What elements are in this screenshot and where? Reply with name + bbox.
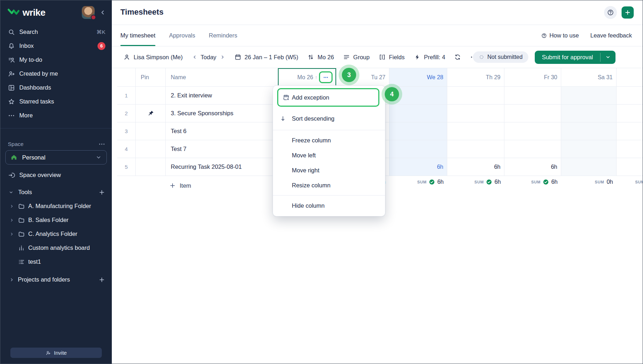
prev-week-icon[interactable] [192,54,198,60]
day-column-header-su[interactable] [617,68,643,87]
create-new-button[interactable] [622,6,634,19]
time-cell-sa[interactable] [561,87,617,105]
time-cell-fr[interactable] [504,87,561,105]
sidebar-collapse-icon[interactable] [99,9,106,16]
sidebar-item-c-analytics-folder[interactable]: C. Analytics Folder [0,227,112,241]
tools-header[interactable]: Tools [0,185,112,199]
time-cell-su[interactable] [617,87,643,105]
day-column-header-fr[interactable]: Fr 30 [504,68,561,87]
time-cell-we[interactable] [389,105,447,122]
menu-item-move-right[interactable]: Move right [273,163,385,178]
space-selector[interactable]: Personal [5,150,107,165]
time-cell-th[interactable] [447,140,504,158]
user-filter[interactable]: Lisa Simpson (Me) [123,54,183,61]
pin-cell[interactable] [136,122,166,140]
task-name-cell[interactable]: Recurring Task 2025-08-01 [166,158,278,176]
time-cell-we[interactable] [389,122,447,140]
add-project-icon[interactable] [98,276,105,283]
fields-control[interactable]: Fields [379,54,405,61]
pin-column-header[interactable]: Pin [136,68,166,87]
time-cell-sa[interactable] [561,122,617,140]
sidebar-item-more[interactable]: More [0,108,112,122]
leave-feedback-link[interactable]: Leave feedback [590,32,632,39]
time-cell-fr[interactable] [504,122,561,140]
pin-cell[interactable] [136,140,166,158]
time-cell-th[interactable] [447,87,504,105]
time-cell-su[interactable] [617,158,643,176]
task-name-cell[interactable]: 3. Secure Sponsorships [166,105,278,122]
time-cell-we[interactable] [389,140,447,158]
time-cell-su[interactable] [617,122,643,140]
tab-approvals[interactable]: Approvals [169,25,195,46]
user-avatar[interactable] [82,6,95,19]
menu-item-sort-descending[interactable]: Sort descending [273,110,385,127]
menu-item-freeze-column[interactable]: Freeze column [273,133,385,148]
sidebar-item-space-overview[interactable]: Space overview [0,168,112,182]
menu-item-resize-column[interactable]: Resize column [273,178,385,193]
invite-button[interactable]: Invite [10,348,102,358]
time-cell-th[interactable] [447,105,504,122]
space-menu-icon[interactable] [98,141,105,148]
sort-control[interactable]: Mo 26 [307,54,334,61]
time-cell-fr[interactable] [504,105,561,122]
sidebar-item-search[interactable]: Search⌘K [0,25,112,39]
name-column-header[interactable]: Name [166,68,278,87]
tool-item-label: B. Sales Folder [28,217,69,223]
time-cell-fr[interactable]: 6h [504,158,561,176]
today-button[interactable]: Today [201,54,216,61]
menu-item-move-left[interactable]: Move left [273,148,385,163]
submit-for-approval-button[interactable]: Submit for approval [535,51,615,64]
sidebar-item-test1[interactable]: test1 [0,255,112,269]
pin-cell[interactable] [136,105,166,122]
how-to-use-link[interactable]: How to use [541,32,579,39]
pin-cell[interactable] [136,87,166,105]
time-cell-we[interactable]: 6h [389,158,447,176]
menu-item-hide-column[interactable]: Hide column [273,198,385,213]
sidebar-item-starred-tasks[interactable]: Starred tasks [0,95,112,108]
projects-and-folders-header[interactable]: Projects and folders [0,273,112,287]
time-cell-th[interactable]: 6h [447,158,504,176]
group-control[interactable]: Group [343,54,370,61]
task-name-cell[interactable]: Test 6 [166,122,278,140]
tab-reminders[interactable]: Reminders [209,25,238,46]
sidebar-item-my-to-do[interactable]: My to-do [0,53,112,67]
next-week-icon[interactable] [220,54,225,60]
menu-divider [273,130,385,130]
column-menu-button[interactable] [319,71,333,83]
help-button[interactable] [604,6,617,19]
question-icon [607,9,614,16]
add-tool-icon[interactable] [98,189,105,196]
time-cell-sa[interactable] [561,140,617,158]
time-cell-su[interactable] [617,105,643,122]
pin-cell[interactable] [136,158,166,176]
tab-my-timesheet[interactable]: My timesheet [120,25,155,46]
submit-dropdown-button[interactable] [600,51,615,64]
sidebar-item-inbox[interactable]: Inbox6 [0,39,112,53]
task-name-cell[interactable]: Test 7 [166,140,278,158]
time-cell-th[interactable] [447,122,504,140]
day-column-header-sa[interactable]: Sa 31 [561,68,617,87]
wrike-logo[interactable]: wrike [8,7,45,18]
task-name-cell[interactable]: 2. Exit interview [166,87,278,105]
time-cell-su[interactable] [617,140,643,158]
sidebar-item-custom-analytics-board[interactable]: Custom analytics board [0,241,112,255]
sidebar-item-b-sales-folder[interactable]: B. Sales Folder [0,213,112,227]
day-column-header-we[interactable]: We 28 [389,68,447,87]
invite-label: Invite [54,350,67,356]
sidebar-item-created-by-me[interactable]: Created by me [0,67,112,81]
time-cell-sa[interactable] [561,158,617,176]
date-range-picker[interactable]: 26 Jan – 1 Feb (W5) [234,54,298,61]
refresh-button[interactable] [454,54,461,61]
time-cell-sa[interactable] [561,105,617,122]
day-column-header-th[interactable]: Th 29 [447,68,504,87]
dotted-circle-icon [479,54,484,60]
time-cell-fr[interactable] [504,140,561,158]
day-header-label: Mo 26 [297,74,313,81]
prefill-control[interactable]: Prefill: 4 [414,54,445,61]
menu-item-add-exception[interactable]: Add exception [278,89,378,106]
add-item-button[interactable]: Item [169,178,191,193]
sidebar-item-a-manufacturing-folder[interactable]: A. Manufacturing Folder [0,199,112,213]
space-overview-label: Space overview [19,172,61,178]
day-column-header-mo[interactable]: Mo 26↑ [278,68,337,87]
sidebar-item-dashboards[interactable]: Dashboards [0,81,112,95]
